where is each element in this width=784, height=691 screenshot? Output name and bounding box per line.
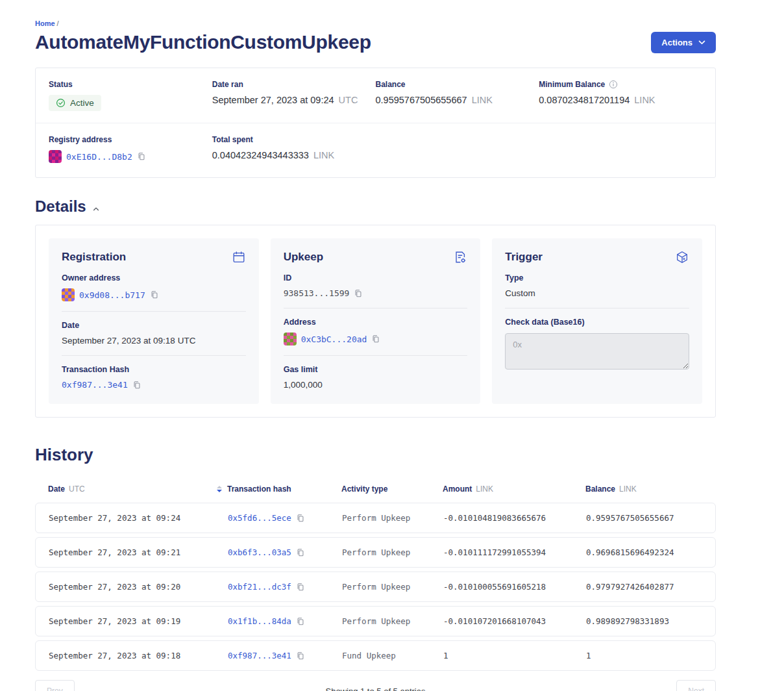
row-activity: Fund Upkeep bbox=[342, 651, 443, 660]
total-spent-label: Total spent bbox=[212, 135, 376, 144]
breadcrumb-separator: / bbox=[57, 19, 59, 27]
document-gear-icon bbox=[453, 250, 467, 264]
min-balance-value: 0.0870234817201194 bbox=[539, 95, 630, 105]
status-badge: Active bbox=[49, 95, 101, 111]
row-hash-link[interactable]: 0x5fd6...5ece bbox=[228, 513, 291, 523]
row-hash-link[interactable]: 0xb6f3...03a5 bbox=[228, 547, 291, 557]
summary-card: Status Active Date ran September 27, 202… bbox=[35, 68, 716, 178]
upkeep-card: Upkeep ID 938513...1599 Address 0xC3bC..… bbox=[271, 238, 481, 404]
date-ran-field: Date ran September 27, 2023 at 09:24UTC bbox=[212, 80, 376, 111]
row-date: September 27, 2023 at 09:21 bbox=[49, 547, 228, 557]
status-badge-text: Active bbox=[70, 98, 94, 108]
table-row: September 27, 2023 at 09:18 0xf987...3e4… bbox=[35, 640, 716, 671]
copy-icon[interactable] bbox=[371, 334, 380, 344]
total-spent-value: 0.04042324943443333 bbox=[212, 150, 309, 160]
date-ran-suffix: UTC bbox=[339, 95, 358, 105]
column-header-amount: Amount LINK bbox=[443, 484, 585, 494]
row-balance: 0.989892798331893 bbox=[586, 616, 702, 626]
check-data-label: Check data (Base16) bbox=[505, 318, 689, 327]
actions-button-label: Actions bbox=[661, 38, 692, 47]
upkeep-detail-page: Home/ AutomateMyFunctionCustomUpkeep Act… bbox=[35, 0, 716, 691]
upkeep-id-label: ID bbox=[284, 273, 468, 283]
owner-address-link[interactable]: 0x9d08...b717 bbox=[79, 290, 145, 300]
total-spent-field: Total spent 0.04042324943443333LINK bbox=[212, 135, 376, 163]
table-row: September 27, 2023 at 09:24 0x5fd6...5ec… bbox=[35, 503, 716, 533]
upkeep-address-link[interactable]: 0xC3bC...20ad bbox=[301, 334, 367, 344]
row-date: September 27, 2023 at 09:19 bbox=[49, 616, 228, 626]
date-column-label: Date bbox=[48, 484, 65, 494]
transaction-hash-label: Transaction Hash bbox=[62, 365, 246, 374]
status-field: Status Active bbox=[49, 80, 212, 111]
balance-column-suffix: LINK bbox=[619, 484, 637, 494]
page-title: AutomateMyFunctionCustomUpkeep bbox=[35, 31, 371, 53]
date-ran-value: September 27, 2023 at 09:24 bbox=[212, 95, 334, 105]
row-hash-link[interactable]: 0x1f1b...84da bbox=[228, 616, 291, 626]
row-balance: 0.9696815696492324 bbox=[586, 547, 702, 557]
page-summary: Showing 1 to 5 of 5 entries bbox=[326, 686, 426, 691]
details-heading: Details bbox=[35, 197, 86, 216]
breadcrumb: Home/ bbox=[35, 19, 716, 27]
check-data-textarea[interactable] bbox=[505, 333, 689, 370]
registration-title: Registration bbox=[62, 251, 126, 264]
column-header-balance: Balance LINK bbox=[585, 484, 703, 494]
breadcrumb-home-link[interactable]: Home bbox=[35, 19, 55, 27]
row-activity: Perform Upkeep bbox=[342, 616, 443, 626]
contract-avatar-icon bbox=[284, 333, 297, 346]
actions-button[interactable]: Actions bbox=[651, 32, 716, 53]
registration-tx-link[interactable]: 0xf987...3e41 bbox=[62, 380, 128, 390]
registry-address-link[interactable]: 0xE16D...D8b2 bbox=[66, 152, 132, 162]
registry-address-field: Registry address 0xE16D...D8b2 bbox=[49, 135, 212, 163]
check-circle-icon bbox=[56, 98, 66, 108]
row-balance: 0.9797927426402877 bbox=[586, 582, 702, 592]
copy-icon[interactable] bbox=[296, 514, 305, 523]
min-balance-suffix: LINK bbox=[634, 95, 655, 105]
copy-icon[interactable] bbox=[296, 651, 305, 660]
chevron-down-icon bbox=[698, 40, 705, 45]
history-heading: History bbox=[35, 445, 93, 465]
prev-button[interactable]: Prev bbox=[35, 680, 75, 691]
card-divider bbox=[505, 308, 689, 308]
balance-column-label: Balance bbox=[585, 484, 615, 494]
trigger-title: Trigger bbox=[505, 251, 543, 264]
amount-column-label: Amount bbox=[443, 484, 472, 494]
registration-date-label: Date bbox=[62, 321, 246, 330]
card-divider bbox=[62, 311, 246, 312]
row-hash-link[interactable]: 0xbf21...dc3f bbox=[228, 582, 291, 592]
row-date: September 27, 2023 at 09:20 bbox=[49, 582, 228, 592]
column-header-activity: Activity type bbox=[341, 484, 443, 494]
upkeep-id-value: 938513...1599 bbox=[284, 288, 350, 298]
balance-suffix: LINK bbox=[472, 95, 493, 105]
copy-icon[interactable] bbox=[296, 583, 305, 592]
copy-icon[interactable] bbox=[137, 152, 146, 161]
row-date: September 27, 2023 at 09:24 bbox=[49, 513, 228, 523]
info-icon[interactable] bbox=[609, 80, 618, 89]
next-button[interactable]: Next bbox=[676, 680, 716, 691]
collapse-chevron-icon[interactable] bbox=[93, 207, 99, 211]
history-table-header: Date UTC Transaction hash Activity type … bbox=[35, 484, 716, 503]
row-balance: 1 bbox=[586, 651, 702, 660]
row-amount: -0.010111172991055394 bbox=[443, 547, 586, 557]
pagination: Prev Showing 1 to 5 of 5 entries Next bbox=[35, 680, 716, 691]
copy-icon[interactable] bbox=[150, 290, 159, 299]
row-amount: -0.010107201668107043 bbox=[443, 616, 586, 626]
registration-card: Registration Owner address 0x9d08...b717… bbox=[49, 238, 259, 404]
trigger-type-value: Custom bbox=[505, 288, 535, 298]
copy-icon[interactable] bbox=[132, 381, 141, 390]
copy-icon[interactable] bbox=[296, 617, 305, 626]
total-spent-suffix: LINK bbox=[313, 150, 334, 160]
min-balance-label: Minimum Balance bbox=[539, 80, 605, 89]
summary-divider bbox=[36, 123, 715, 123]
table-row: September 27, 2023 at 09:20 0xbf21...dc3… bbox=[35, 572, 716, 602]
column-header-date[interactable]: Date UTC bbox=[48, 484, 227, 494]
card-divider bbox=[284, 308, 468, 308]
card-divider bbox=[284, 355, 468, 356]
upkeep-title: Upkeep bbox=[284, 251, 323, 264]
upkeep-address-label: Address bbox=[284, 318, 468, 327]
balance-label: Balance bbox=[376, 80, 539, 89]
sort-icon[interactable] bbox=[217, 486, 222, 492]
row-hash-link[interactable]: 0xf987...3e41 bbox=[228, 651, 291, 660]
copy-icon[interactable] bbox=[296, 548, 305, 557]
amount-column-suffix: LINK bbox=[476, 484, 493, 494]
copy-icon[interactable] bbox=[354, 289, 363, 298]
gas-limit-label: Gas limit bbox=[284, 365, 468, 374]
